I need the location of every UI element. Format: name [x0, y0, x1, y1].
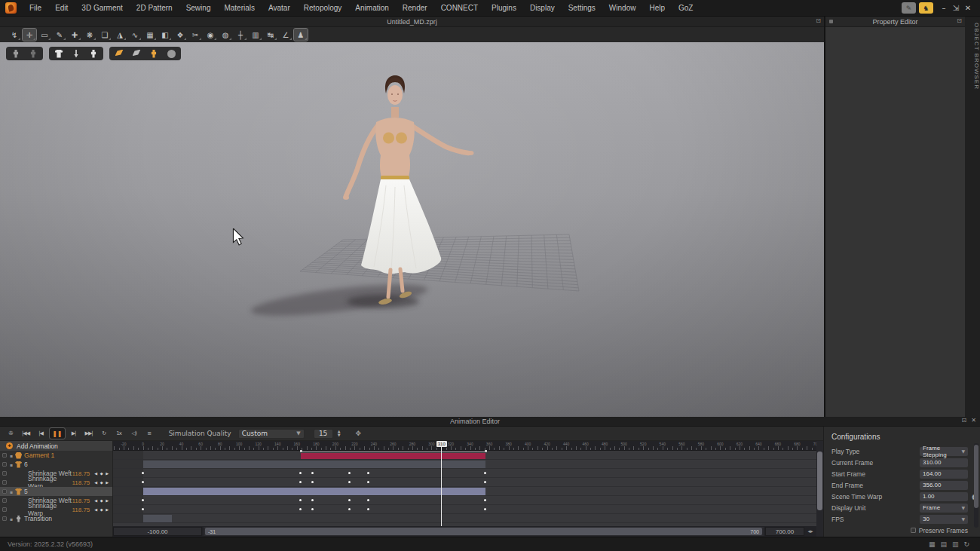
- menu-item-sewing[interactable]: Sewing: [179, 0, 218, 17]
- keyframe-dot[interactable]: [484, 481, 486, 483]
- timeline-vscrollbar[interactable]: [816, 441, 823, 537]
- previous-frame-button[interactable]: |◀: [35, 428, 47, 439]
- simulate-tool[interactable]: ↯: [8, 29, 21, 41]
- show-seams-icon[interactable]: [69, 48, 83, 59]
- property-value[interactable]: 118.75: [72, 497, 90, 504]
- property-value[interactable]: 118.75: [72, 479, 90, 486]
- keyframe-dot[interactable]: [299, 472, 302, 474]
- track-visibility-checkbox[interactable]: [2, 507, 7, 512]
- sculpt-tool[interactable]: ❋: [83, 29, 96, 41]
- tape-tool[interactable]: ▥: [249, 29, 262, 41]
- timeline-track-4[interactable]: [113, 487, 816, 496]
- avatar-pose-tool[interactable]: ♟: [294, 29, 308, 41]
- timeline-track-1[interactable]: [113, 460, 816, 469]
- keyframe-dot[interactable]: [348, 508, 351, 510]
- play-range-bar[interactable]: [301, 453, 485, 459]
- keyframe-dot[interactable]: [484, 472, 486, 474]
- vscroll-handle[interactable]: [817, 452, 822, 510]
- hscroll-handle[interactable]: -31 700: [205, 528, 762, 535]
- show-avatar-toggle-icon[interactable]: [87, 48, 100, 59]
- playhead[interactable]: 310: [441, 441, 442, 526]
- loop-button[interactable]: ↻: [98, 428, 110, 439]
- menu-item-3d-garment[interactable]: 3D Garment: [75, 0, 129, 17]
- keyframe-dot[interactable]: [348, 499, 351, 501]
- world-sphere-icon[interactable]: [164, 48, 178, 59]
- keyframe-dot[interactable]: [348, 481, 351, 483]
- config-input-current-frame[interactable]: 310.00: [920, 458, 968, 467]
- track-band[interactable]: [143, 461, 485, 468]
- track-row-garment-1[interactable]: ▪Garment 1: [0, 451, 112, 460]
- align-tool[interactable]: ↹: [264, 29, 277, 41]
- substeps-spinner[interactable]: ▲▼: [338, 430, 341, 437]
- menu-item-display[interactable]: Display: [523, 0, 562, 17]
- config-dropdown-display-unit[interactable]: Frame▼: [920, 504, 968, 513]
- track-visibility-checkbox[interactable]: [2, 489, 7, 494]
- box-select-tool[interactable]: ▭: [38, 29, 51, 41]
- keyframe-dot[interactable]: [299, 499, 302, 501]
- keyframe-dot[interactable]: [367, 472, 369, 474]
- track-row-6[interactable]: ▪6: [0, 460, 112, 469]
- show-avatar-fit-icon[interactable]: [26, 48, 40, 59]
- timeline-track-6[interactable]: [113, 505, 816, 514]
- fabric-textured-icon[interactable]: [112, 48, 126, 59]
- property-editor-float-icon[interactable]: ⊡: [957, 17, 962, 24]
- checkbox-icon[interactable]: [911, 528, 916, 533]
- transition-bar[interactable]: [143, 515, 172, 522]
- config-scroll-handle[interactable]: [974, 445, 978, 508]
- menu-item-retopology[interactable]: Retopology: [297, 0, 349, 17]
- hscroll-track[interactable]: -31 700: [204, 527, 764, 536]
- show-avatar-icon[interactable]: [9, 48, 23, 59]
- keyframe-dot[interactable]: [142, 508, 144, 510]
- menu-item-window[interactable]: Window: [602, 0, 643, 17]
- config-input-end-frame[interactable]: 356.00: [920, 481, 968, 490]
- show-garment-icon[interactable]: [52, 48, 66, 59]
- track-visibility-checkbox[interactable]: [2, 516, 7, 521]
- sync-icon[interactable]: ↻: [963, 540, 969, 548]
- menu-item-goz[interactable]: GoZ: [672, 0, 700, 17]
- viewport-float-icon[interactable]: ⊡: [816, 17, 821, 24]
- brush-select-tool[interactable]: ✎: [53, 29, 66, 41]
- keyframe-dot[interactable]: [142, 472, 144, 474]
- range-end-handle[interactable]: [485, 450, 487, 452]
- track-row-shrinkage-warp[interactable]: Shrinkage Warp118.75◀ ◆ ▶: [0, 505, 112, 514]
- object-browser-tab[interactable]: OBJECT BROWSER: [965, 20, 980, 90]
- avatar-textured-icon[interactable]: [147, 48, 161, 59]
- go-to-start-button[interactable]: |◀◀: [20, 428, 32, 439]
- menu-item-animation[interactable]: Animation: [348, 0, 395, 17]
- track-row-transition[interactable]: ▪Transition: [0, 514, 112, 523]
- keyframe-dot[interactable]: [142, 481, 144, 483]
- pin-box-tool[interactable]: ◍: [219, 29, 232, 41]
- record-video-icon[interactable]: ✇: [5, 428, 17, 439]
- pattern-3d-tool[interactable]: ❖: [173, 29, 187, 41]
- layout-split-icon[interactable]: ▤: [940, 540, 947, 548]
- property-value[interactable]: 118.75: [72, 470, 90, 477]
- grid-tool[interactable]: ▦: [143, 29, 157, 41]
- expand-bullet-icon[interactable]: ▪: [10, 516, 13, 522]
- stitch-tool[interactable]: ✂: [188, 29, 202, 41]
- menu-item-plugins[interactable]: Plugins: [485, 0, 523, 17]
- pen-mode-icon[interactable]: ✎: [902, 2, 916, 14]
- track-filter-button[interactable]: ≡: [143, 428, 155, 439]
- keyframe-nav-icons[interactable]: ◀ ◆ ▶: [94, 480, 109, 485]
- config-dropdown-fps[interactable]: 30▼: [920, 515, 968, 524]
- minimize-button[interactable]: –: [938, 4, 950, 12]
- fold-tool[interactable]: ❏: [98, 29, 112, 41]
- layout-columns-icon[interactable]: ▥: [952, 540, 959, 548]
- keyframe-dot[interactable]: [299, 508, 302, 510]
- keyframe-nav-icons[interactable]: ◀ ◆ ▶: [94, 498, 109, 503]
- menu-item-file[interactable]: File: [23, 0, 48, 17]
- expand-bullet-icon[interactable]: ▪: [10, 462, 13, 467]
- preserve-frames-control[interactable]: Preserve Frames: [911, 527, 968, 534]
- timeline[interactable]: -200204060801001201401601802002202402602…: [113, 441, 816, 537]
- keyframe-dot[interactable]: [367, 499, 369, 501]
- next-frame-button[interactable]: ▶|: [68, 428, 80, 439]
- keyframe-nav-icons[interactable]: ◀ ◆ ▶: [94, 507, 109, 512]
- animation-editor-float-icon[interactable]: ⊡: [962, 417, 967, 424]
- config-spinner-scene-time-warp[interactable]: 1.00▲▼: [920, 492, 968, 501]
- document-title[interactable]: Untitled_MD.zprj: [0, 17, 824, 27]
- keyframe-dot[interactable]: [142, 499, 144, 501]
- avatar-figure[interactable]: [343, 75, 474, 305]
- keyframe-dot[interactable]: [484, 508, 486, 510]
- wind-tool[interactable]: ∿: [128, 29, 142, 41]
- garment-tool[interactable]: ◮: [113, 29, 127, 41]
